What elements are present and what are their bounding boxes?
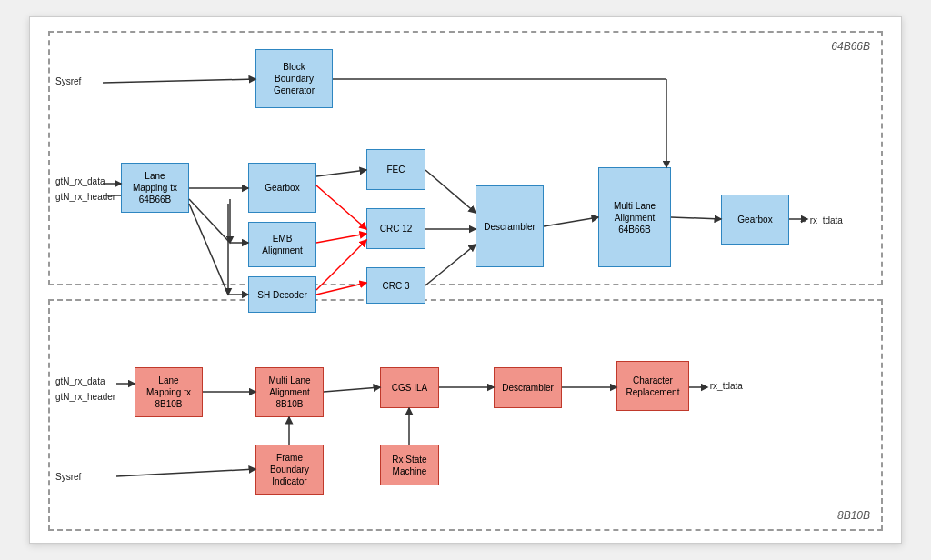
block-rx-state: Rx StateMachine	[380, 445, 439, 485]
block-cgs-ila: CGS ILA	[380, 367, 439, 408]
block-mla-bot: Multi LaneAlignment8B10B	[255, 367, 324, 417]
block-crc3: CRC 3	[366, 267, 425, 304]
block-lane-mapping-bot: LaneMapping tx8B10B	[135, 367, 203, 417]
block-crc12: CRC 12	[366, 208, 425, 249]
section-64b66b: 64B66B	[48, 31, 883, 285]
block-descrambler-top: Descrambler	[476, 185, 544, 267]
signal-gtn-rx-header-top: gtN_rx_header	[55, 192, 115, 202]
signal-gtn-rx-data-top: gtN_rx_data	[55, 176, 105, 186]
signal-gtn-rx-data-bot: gtN_rx_data	[55, 376, 105, 386]
block-gearbox-output: Gearbox	[721, 195, 789, 245]
block-emb-alignment: EMBAlignment	[248, 222, 316, 267]
signal-rx-tdata-bot: → rx_tdata	[698, 381, 743, 391]
signal-rx-tdata-top: → rx_tdata	[798, 215, 843, 225]
signal-gtn-rx-header-bot: gtN_rx_header	[55, 392, 115, 402]
block-mla-top: Multi LaneAlignment64B66B	[598, 167, 671, 267]
block-lane-mapping-top: LaneMapping tx64B66B	[121, 163, 189, 213]
block-character-replacement: CharacterReplacement	[616, 361, 689, 411]
diagram-container: 64B66B 8B10B Sysref gtN_rx_data gtN_rx_h…	[29, 16, 902, 544]
block-boundary-generator: BlockBoundaryGenerator	[255, 49, 333, 108]
block-descrambler-bot: Descrambler	[494, 367, 562, 408]
block-sh-decoder: SH Decoder	[248, 276, 316, 313]
block-frame-boundary: FrameBoundaryIndicator	[255, 445, 324, 495]
signal-sysref-top: Sysref	[55, 76, 81, 86]
signal-sysref-bot: Sysref	[55, 472, 81, 482]
block-fec: FEC	[366, 149, 425, 190]
block-gearbox-top-left: Gearbox	[248, 163, 316, 213]
section-top-label: 64B66B	[831, 40, 870, 53]
section-bottom-label: 8B10B	[837, 509, 870, 522]
